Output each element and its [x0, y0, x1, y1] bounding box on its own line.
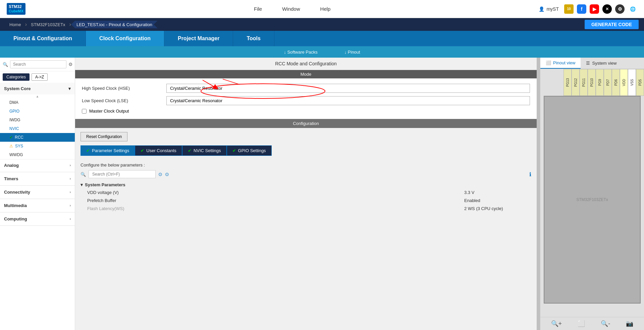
config-tab-user[interactable]: ✔ User Constants	[135, 145, 182, 156]
lse-select-wrap: Crystal/Ceramic Resonator Disable BYPASS…	[166, 96, 530, 105]
fit-icon[interactable]: ⬜	[578, 320, 585, 327]
param-row-flash: Flash Latency(WS) 2 WS (3 CPU cycle)	[80, 205, 531, 213]
system-params-header[interactable]: ▾ System Parameters	[80, 181, 531, 189]
config-search-input[interactable]	[89, 170, 156, 178]
breadcrumb-file[interactable]: LED_TEST.ioc - Pinout & Configuration	[71, 21, 158, 28]
sidebar-section-computing[interactable]: Computing ›	[0, 213, 75, 225]
gear-icon[interactable]: ⚙	[68, 62, 73, 67]
generate-code-button[interactable]: GENERATE CODE	[585, 20, 639, 29]
param-row-vdd: VDD voltage (V) 3.3 V	[80, 189, 531, 197]
system-core-header[interactable]: System Core ▾	[0, 83, 75, 94]
sidebar-item-sys[interactable]: ⚠ SYS	[0, 142, 75, 150]
sidebar-item-rcc[interactable]: ✔ RCC	[0, 133, 75, 142]
config-tab-param[interactable]: ✔ Parameter Settings	[80, 145, 135, 156]
zoom-out-icon[interactable]: 🔍-	[601, 320, 610, 327]
mco-checkbox[interactable]	[82, 109, 87, 114]
tab-clock-config[interactable]: Clock Configuration	[86, 31, 164, 46]
config-search-prev[interactable]: ⊙	[158, 172, 162, 177]
right-panel: ⬜ Pinout view ☰ System view PG13 PG12 PG…	[540, 58, 644, 330]
hse-select[interactable]: Crystal/Ceramic Resonator Disable BYPASS…	[166, 84, 530, 93]
mode-section-bar: Mode	[75, 70, 537, 78]
sidebar-section-system-core: System Core ▾ ▲ DMA GPIO IWDG NVIC ✔ RCC…	[0, 83, 75, 159]
sidebar-tab-categories[interactable]: Categories	[3, 73, 30, 81]
logo-area: STM32 CubeMX	[7, 3, 25, 15]
divider4	[0, 212, 75, 212]
sys-warn-icon: ⚠	[9, 144, 13, 148]
pin-pd5: PD5	[636, 69, 644, 96]
menu-help[interactable]: Help	[320, 6, 331, 12]
breadcrumb-sep2: ›	[69, 21, 71, 27]
param-value-flash: 2 WS (3 CPU cycle)	[464, 206, 531, 211]
right-tab-pinout[interactable]: ⬜ Pinout view	[540, 58, 581, 69]
twitter-x-icon[interactable]: ✕	[602, 4, 612, 14]
lse-row: Low Speed Clock (LSE) Crystal/Ceramic Re…	[82, 96, 530, 105]
zoom-in-icon[interactable]: 🔍+	[551, 320, 562, 327]
multimedia-expand-icon: ›	[70, 204, 71, 207]
menu-window[interactable]: Window	[282, 6, 300, 12]
rcc-mode-config-title: RCC Mode and Configuration	[75, 58, 537, 70]
youtube-icon[interactable]: ▶	[590, 4, 599, 14]
sidebar-tab-az[interactable]: A->Z	[32, 73, 48, 81]
sidebar-item-wwdg[interactable]: WWDG	[0, 150, 75, 159]
config-search-row: 🔍 ⊙ ⊙ ℹ	[80, 170, 531, 178]
sidebar-section-analog[interactable]: Analog ›	[0, 159, 75, 171]
github-icon[interactable]: ⚙	[615, 4, 625, 14]
sidebar-section-connectivity[interactable]: Connectivity ›	[0, 186, 75, 198]
content-main: RCC Mode and Configuration Mode High Spe…	[75, 58, 540, 330]
right-tab-system[interactable]: ☰ System view	[581, 58, 622, 69]
breadcrumb-device[interactable]: STM32F103ZETx	[27, 22, 69, 27]
param-row-prefetch: Prefetch Buffer Enabled	[80, 197, 531, 205]
pin-labels-row: PG13 PG12 PG11 PG10 PG9 PD7 PD6 VDD VSS …	[564, 69, 644, 96]
sidebar-tabs: Categories A->Z	[0, 71, 75, 83]
tab-tools[interactable]: Tools	[233, 31, 274, 46]
sidebar-item-dma[interactable]: DMA	[0, 98, 75, 107]
screenshot-icon[interactable]: 📷	[626, 320, 633, 327]
right-panel-tabs: ⬜ Pinout view ☰ System view	[540, 58, 644, 69]
mco-row: Master Clock Output	[82, 109, 530, 114]
param-check-icon: ✔	[86, 148, 90, 153]
config-info-label: Configure the below parameters :	[80, 162, 531, 168]
reset-config-button[interactable]: Reset Configuration	[80, 132, 127, 141]
right-panel-body: PG13 PG12 PG11 PG10 PG9 PD7 PD6 VDD VSS …	[540, 69, 644, 317]
menu-right: 👤 myST 10 f ▶ ✕ ⚙ 🌐	[539, 4, 637, 14]
config-search-next[interactable]: ⊙	[165, 172, 169, 177]
main-tab-bar: Pinout & Configuration Clock Configurati…	[0, 31, 644, 46]
expand-icon: ▾	[68, 86, 71, 91]
sidebar-search-area: 🔍 ⚙	[0, 58, 75, 71]
pin-vdd: VDD	[620, 69, 628, 96]
tab-pinout-config[interactable]: Pinout & Configuration	[0, 31, 86, 46]
sidebar-item-nvic[interactable]: NVIC	[0, 124, 75, 133]
rcc-mode-content: High Speed Clock (HSE) Crystal/Ceramic R…	[75, 78, 537, 119]
globe-icon[interactable]: 🌐	[628, 4, 637, 14]
sidebar-item-iwdg[interactable]: IWDG	[0, 116, 75, 124]
sidebar-section-timers[interactable]: Timers ›	[0, 173, 75, 185]
top-menubar: STM32 CubeMX File Window Help 👤 myST 10 …	[0, 0, 644, 18]
param-name-flash: Flash Latency(WS)	[87, 206, 464, 211]
lse-select[interactable]: Crystal/Ceramic Resonator Disable BYPASS…	[166, 96, 530, 105]
param-name-vdd: VDD voltage (V)	[87, 190, 464, 195]
rcc-column: RCC Mode and Configuration Mode High Spe…	[75, 58, 537, 330]
facebook-icon[interactable]: f	[577, 4, 586, 14]
sidebar-item-gpio[interactable]: GPIO	[0, 107, 75, 116]
badge-10-icon: 10	[564, 4, 574, 14]
config-content: Reset Configuration ✔ Parameter Settings…	[75, 128, 537, 219]
search-icon: 🔍	[3, 62, 8, 67]
pinout-view-icon: ⬜	[546, 60, 551, 65]
vertical-scrollbar[interactable]	[537, 58, 540, 330]
menu-file[interactable]: File	[254, 6, 262, 12]
software-packs-link[interactable]: ↓ Software Packs	[284, 50, 317, 55]
config-tab-gpio[interactable]: ✔ GPIO Settings	[227, 145, 272, 156]
pin-vss: VSS	[628, 69, 636, 96]
gpio-check-icon: ✔	[232, 148, 236, 153]
sidebar-section-multimedia[interactable]: Multimedia ›	[0, 200, 75, 211]
config-tab-nvic[interactable]: ✔ NVIC Settings	[182, 145, 227, 156]
pinout-link[interactable]: ↓ Pinout	[344, 50, 360, 55]
tab-project-manager[interactable]: Project Manager	[164, 31, 233, 46]
pin-pg10: PG10	[588, 69, 596, 96]
info-icon: ℹ	[529, 171, 531, 178]
search-input[interactable]	[10, 60, 66, 68]
breadcrumb-home[interactable]: Home	[5, 22, 25, 27]
system-core-label: System Core	[4, 86, 31, 91]
myst-button[interactable]: 👤 myST	[539, 6, 559, 12]
pin-pg9: PG9	[596, 69, 604, 96]
